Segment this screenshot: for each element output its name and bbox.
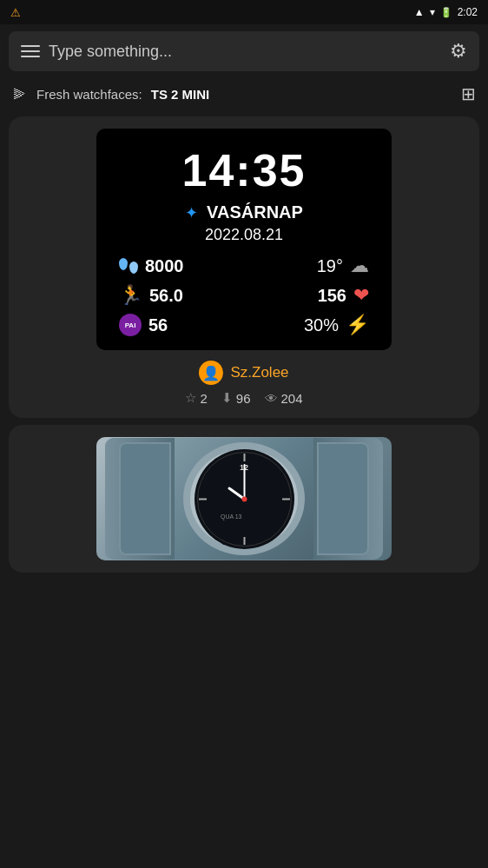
wf-weather-cloud-icon: ☁ xyxy=(350,255,369,277)
creator-avatar-icon: 👤 xyxy=(202,365,220,381)
wf-distance-value: 56.0 xyxy=(149,286,183,306)
settings-gear-icon[interactable]: ⚙ xyxy=(450,40,467,63)
downloads-count: 96 xyxy=(236,391,251,406)
watchface-preview-2: 12 QUA 13 xyxy=(96,437,392,560)
stat-stars: ☆ 2 xyxy=(185,390,207,406)
wf-bluetooth-icon: ✦ xyxy=(185,203,198,222)
battery-icon: 🔋 xyxy=(440,7,452,18)
status-time: 2:02 xyxy=(458,6,478,18)
wifi-icon: ▾ xyxy=(430,6,435,18)
filter-bar: ⫸ Fresh watchfaces: TS 2 MINI ⊞ xyxy=(0,78,488,109)
wf-weather-right: 19° ☁ xyxy=(244,255,369,277)
filter-value[interactable]: TS 2 MINI xyxy=(151,87,210,102)
svg-text:QUA 13: QUA 13 xyxy=(221,514,242,520)
wf-steps-icon xyxy=(119,258,138,274)
wf-lightning-icon: ⚡ xyxy=(346,314,369,336)
wf-battery-value: 30% xyxy=(304,315,339,335)
wf-stat-row-pai: PAI 56 30% ⚡ xyxy=(110,314,378,336)
creator-avatar: 👤 xyxy=(199,361,223,385)
wf-steps-left: 8000 xyxy=(119,256,244,276)
wf-stat-row-steps: 8000 19° ☁ xyxy=(110,255,378,277)
wf-steps-value: 8000 xyxy=(145,256,184,276)
grid-view-icon[interactable]: ⊞ xyxy=(461,83,476,104)
wf-stats: 8000 19° ☁ 🏃 56.0 156 ❤ xyxy=(110,255,378,336)
filter-label: Fresh watchfaces: xyxy=(36,87,142,102)
download-icon: ⬇ xyxy=(221,390,233,406)
wf-day-row: ✦ VASÁRNAP xyxy=(110,202,378,222)
wf-runner-icon: 🏃 xyxy=(119,284,142,307)
search-placeholder-text[interactable]: Type something... xyxy=(49,43,441,61)
eye-icon: 👁 xyxy=(265,391,278,406)
watchface-card-2: 12 QUA 13 xyxy=(9,425,479,573)
watchface-card-1: 14:35 ✦ VASÁRNAP 2022.08.21 8000 19° ☁ xyxy=(9,116,479,418)
svg-line-7 xyxy=(229,488,245,500)
wf-temp-value: 19° xyxy=(317,256,343,276)
wf-pai-value: 56 xyxy=(148,315,168,335)
wf-pai-left: PAI 56 xyxy=(119,314,244,336)
star-icon: ☆ xyxy=(185,390,196,406)
wf-heart-icon: ❤ xyxy=(353,284,369,307)
wf-heart-right: 156 ❤ xyxy=(244,284,369,307)
wf-time: 14:35 xyxy=(110,146,378,195)
filter-icon[interactable]: ⫸ xyxy=(12,85,28,103)
search-bar: Type something... ⚙ xyxy=(9,31,479,71)
watchface-preview: 14:35 ✦ VASÁRNAP 2022.08.21 8000 19° ☁ xyxy=(96,129,392,350)
wf-stat-row-distance: 🏃 56.0 156 ❤ xyxy=(110,284,378,307)
wf-battery-right: 30% ⚡ xyxy=(244,314,369,336)
status-right: ▲ ▾ 🔋 2:02 xyxy=(414,6,478,18)
wf-distance-left: 🏃 56.0 xyxy=(119,284,244,307)
warning-icon: ⚠ xyxy=(10,6,21,19)
wf-pai-badge: PAI xyxy=(119,314,142,336)
status-bar: ⚠ ▲ ▾ 🔋 2:02 xyxy=(0,0,488,24)
wf-heartrate-value: 156 xyxy=(318,286,346,306)
wf-date: 2022.08.21 xyxy=(110,226,378,244)
wf-day-name: VASÁRNAP xyxy=(207,202,303,222)
stats-row: ☆ 2 ⬇ 96 👁 204 xyxy=(185,390,302,406)
status-left: ⚠ xyxy=(10,6,21,19)
hamburger-menu-icon[interactable] xyxy=(21,45,40,57)
signal-icon: ▲ xyxy=(414,6,425,18)
stat-views: 👁 204 xyxy=(265,391,303,406)
svg-point-8 xyxy=(241,496,247,501)
stat-downloads: ⬇ 96 xyxy=(221,390,251,406)
creator-name[interactable]: Sz.Zolee xyxy=(230,364,288,381)
views-count: 204 xyxy=(281,391,303,406)
stars-count: 2 xyxy=(200,391,207,406)
creator-row: 👤 Sz.Zolee xyxy=(199,361,288,385)
